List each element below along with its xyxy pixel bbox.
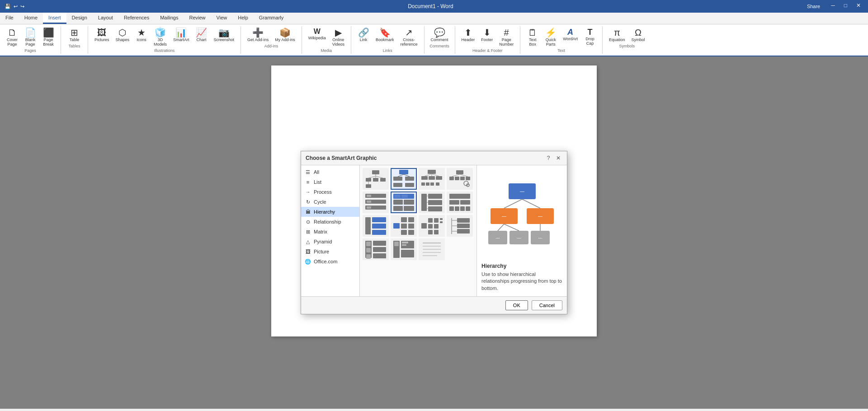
tab-layout[interactable]: Layout <box>93 13 118 24</box>
graphic-hierarchy-4[interactable] <box>447 168 473 190</box>
graphic-table-hier2[interactable] <box>363 238 389 260</box>
svg-rect-61 <box>460 206 465 211</box>
drop-cap-button[interactable]: T DropCap <box>581 27 599 47</box>
page-number-button[interactable]: # PageNumber <box>496 27 516 47</box>
title-bar: 💾 ↩ ↪ Document1 - Word Share ─ □ ✕ <box>0 0 868 13</box>
graphic-hor-hier-2[interactable] <box>419 215 445 237</box>
ok-button[interactable]: OK <box>505 300 528 310</box>
minimize-button[interactable]: ─ <box>828 2 838 10</box>
tab-help[interactable]: Help <box>232 13 254 24</box>
quick-parts-button[interactable]: ⚡ QuickParts <box>542 27 559 47</box>
table-button[interactable]: ⊞ Table <box>66 27 83 43</box>
matrix-icon: ⊞ <box>305 229 311 235</box>
table-hier2-thumb <box>364 239 387 259</box>
svg-line-14 <box>398 174 404 177</box>
link-button[interactable]: 🔗 Link <box>355 27 372 43</box>
text-box-button[interactable]: 🗒 TextBox <box>524 27 541 47</box>
close-button[interactable]: ✕ <box>854 2 863 10</box>
hierarchy-icon: 🏛 <box>305 209 311 215</box>
graphic-hier-3[interactable] <box>419 191 445 213</box>
pictures-button[interactable]: 🖼 Pictures <box>92 27 112 43</box>
graphic-hier-4[interactable] <box>447 191 473 213</box>
quick-access-redo[interactable]: ↪ <box>20 4 24 9</box>
tab-review[interactable]: Review <box>184 13 211 24</box>
tab-design[interactable]: Design <box>66 13 93 24</box>
graphic-hierarchy-3[interactable] <box>419 168 445 190</box>
text-box-icon: 🗒 <box>528 28 537 37</box>
tab-view[interactable]: View <box>211 13 233 24</box>
graphic-hor-multi-hier[interactable] <box>447 215 473 237</box>
preview-title: Hierarchy <box>481 263 562 269</box>
hier-3-thumb <box>420 192 443 212</box>
smartart-button[interactable]: 📊 SmartArt <box>170 27 192 43</box>
ribbon-group-comments: 💬 Comment Comments <box>425 26 455 54</box>
svg-rect-62 <box>466 206 470 211</box>
3d-models-button[interactable]: 🧊 3DModels <box>151 27 170 47</box>
category-relationship[interactable]: ⊙ Relationship <box>301 217 359 227</box>
category-cycle[interactable]: ↻ Cycle <box>301 197 359 207</box>
restore-button[interactable]: □ <box>841 2 850 10</box>
category-list[interactable]: ≡ List <box>301 177 359 187</box>
screenshot-button[interactable]: 📷 Screenshot <box>211 27 237 43</box>
quick-access-save[interactable]: 💾 <box>5 4 11 9</box>
link-icon: 🔗 <box>358 28 369 37</box>
hierarchy-2-thumb <box>392 169 415 189</box>
category-all[interactable]: ☰ All <box>301 167 359 177</box>
category-process[interactable]: → Process <box>301 187 359 197</box>
my-addins-button[interactable]: 📦 My Add-ins <box>272 27 298 43</box>
svg-line-6 <box>376 176 383 178</box>
cross-reference-button[interactable]: ↗ Cross-reference <box>398 27 420 47</box>
wikipedia-button[interactable]: W Wikipedia <box>306 27 329 41</box>
graphic-table-hier[interactable] <box>391 191 417 213</box>
get-addins-button[interactable]: ➕ Get Add-ins <box>245 27 271 43</box>
category-hierarchy[interactable]: 🏛 Hierarchy <box>301 207 359 217</box>
svg-point-34 <box>464 181 468 186</box>
graphic-text-list[interactable] <box>419 238 445 260</box>
graphic-hor-hier[interactable] <box>391 215 417 237</box>
tab-insert[interactable]: Insert <box>43 13 66 24</box>
wordart-button[interactable]: A WordArt <box>560 27 580 42</box>
tab-grammarly[interactable]: Grammarly <box>254 13 289 24</box>
blank-page-button[interactable]: 📄 BlankPage <box>22 27 39 47</box>
header-button[interactable]: ⬆ Header <box>459 27 478 43</box>
ribbon-group-illustrations: 🖼 Pictures ⬡ Shapes ★ Icons 🧊 3DModels 📊 <box>88 26 241 54</box>
category-pyramid[interactable]: △ Pyramid <box>301 237 359 247</box>
tab-home[interactable]: Home <box>19 13 43 24</box>
category-picture[interactable]: 🖼 Picture <box>301 247 359 257</box>
dialog-help-button[interactable]: ? <box>544 154 552 162</box>
category-officecom[interactable]: 🌐 Office.com <box>301 257 359 266</box>
quick-access-undo[interactable]: ↩ <box>14 4 18 9</box>
icons-button[interactable]: ★ Icons <box>133 27 150 43</box>
comment-button[interactable]: 💬 Comment <box>428 27 451 43</box>
graphic-hierarchy-2[interactable] <box>391 168 417 190</box>
cover-page-button[interactable]: 🗋 CoverPage <box>4 27 21 47</box>
chart-button[interactable]: 📈 Chart <box>193 27 210 43</box>
symbol-button[interactable]: Ω Symbol <box>629 27 648 43</box>
equation-button[interactable]: π Equation <box>606 27 628 43</box>
cancel-button[interactable]: Cancel <box>532 300 562 310</box>
svg-line-15 <box>404 174 410 177</box>
text-list-thumb <box>420 239 443 259</box>
svg-rect-1 <box>366 178 371 182</box>
graphic-half-circ-hier[interactable] <box>363 215 389 237</box>
ribbon-group-text: 🗒 TextBox ⚡ QuickParts A WordArt T DropC… <box>520 26 603 54</box>
tab-mailings[interactable]: Mailings <box>155 13 184 24</box>
shapes-button[interactable]: ⬡ Shapes <box>113 27 132 43</box>
page-break-button[interactable]: ⬛ PageBreak <box>40 27 57 47</box>
online-videos-button[interactable]: ▶ OnlineVideos <box>330 27 347 47</box>
graphic-labeled-hier[interactable] <box>363 191 389 213</box>
bookmark-button[interactable]: 🔖 Bookmark <box>373 27 397 43</box>
tab-file[interactable]: File <box>0 13 19 24</box>
category-cycle-label: Cycle <box>314 199 326 205</box>
svg-rect-76 <box>428 224 433 229</box>
dialog-close-button[interactable]: ✕ <box>554 154 562 162</box>
svg-rect-51 <box>428 200 442 205</box>
graphic-name-title[interactable] <box>391 238 417 260</box>
svg-rect-79 <box>434 224 439 229</box>
footer-button[interactable]: ⬇ Footer <box>478 27 495 43</box>
share-button[interactable]: Share <box>802 2 825 10</box>
svg-rect-89 <box>457 229 470 234</box>
category-matrix[interactable]: ⊞ Matrix <box>301 227 359 237</box>
graphic-org-chart[interactable] <box>363 168 389 190</box>
tab-references[interactable]: References <box>118 13 155 24</box>
